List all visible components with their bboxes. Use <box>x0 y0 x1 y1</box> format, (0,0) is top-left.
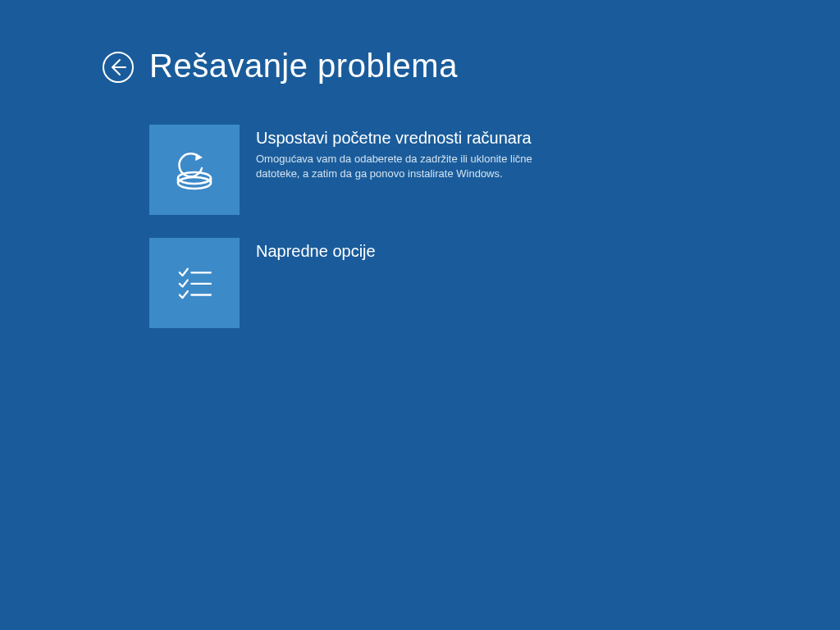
page-title: Rešavanje problema <box>149 46 458 85</box>
recovery-troubleshoot-screen: Rešavanje problema Uspostavi početne vre… <box>0 0 840 630</box>
option-description: Omogućava vam da odaberete da zadržite i… <box>256 152 535 180</box>
back-button[interactable] <box>102 51 135 84</box>
options-list: Uspostavi početne vrednosti računara Omo… <box>149 125 840 328</box>
option-advanced[interactable]: Napredne opcije <box>149 238 576 328</box>
option-title: Napredne opcije <box>256 241 376 262</box>
reset-pc-icon <box>168 144 221 196</box>
svg-marker-7 <box>195 153 203 161</box>
option-text: Uspostavi početne vrednosti računara Omo… <box>256 125 535 180</box>
svg-point-6 <box>203 181 205 184</box>
option-reset-pc[interactable]: Uspostavi početne vrednosti računara Omo… <box>149 125 576 215</box>
option-tile <box>149 125 240 215</box>
option-tile <box>149 238 240 328</box>
option-text: Napredne opcije <box>256 238 376 265</box>
option-title: Uspostavi početne vrednosti računara <box>256 128 535 148</box>
back-arrow-icon <box>102 51 135 84</box>
advanced-options-icon <box>171 259 218 307</box>
